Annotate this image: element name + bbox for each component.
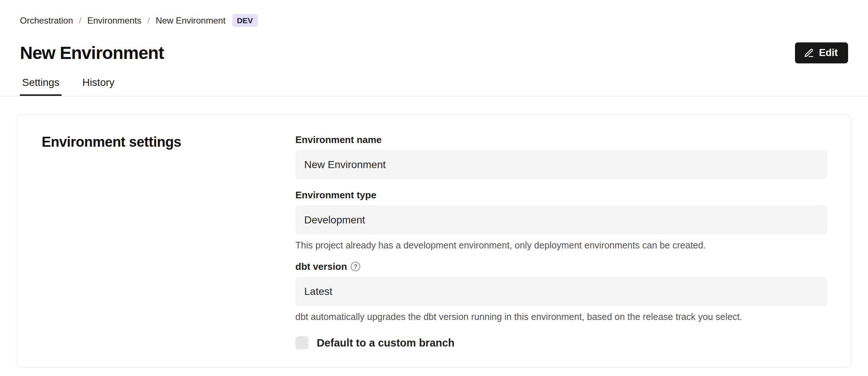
pencil-icon: [804, 48, 814, 58]
breadcrumb: Orchestration / Environments / New Envir…: [20, 0, 848, 27]
environment-type-field-group: Environment type This project already ha…: [295, 189, 827, 251]
dbt-version-label: dbt version ?: [295, 261, 827, 272]
breadcrumb-item-current: New Environment: [156, 15, 225, 26]
card-heading: Environment settings: [42, 134, 295, 150]
tab-history[interactable]: History: [80, 77, 117, 96]
card-heading-column: Environment settings: [42, 134, 295, 349]
environment-name-label: Environment name: [295, 134, 827, 145]
env-dev-badge: DEV: [232, 14, 258, 27]
help-icon[interactable]: ?: [351, 262, 360, 271]
environment-name-input[interactable]: [295, 150, 827, 179]
tab-settings[interactable]: Settings: [20, 77, 62, 96]
dbt-version-label-text: dbt version: [295, 261, 347, 272]
top-bar: Orchestration / Environments / New Envir…: [0, 0, 868, 96]
page-title: New Environment: [20, 43, 164, 63]
edit-button-label: Edit: [819, 47, 838, 59]
environment-settings-card: Environment settings Environment name En…: [17, 115, 851, 368]
environment-name-field-group: Environment name: [295, 134, 827, 179]
dbt-version-input[interactable]: [295, 277, 827, 306]
environment-type-label: Environment type: [295, 189, 827, 201]
breadcrumb-item-orchestration[interactable]: Orchestration: [20, 15, 73, 26]
custom-branch-row: Default to a custom branch: [295, 336, 827, 349]
custom-branch-checkbox[interactable]: [295, 336, 309, 349]
breadcrumb-separator: /: [147, 15, 150, 26]
main-content: Environment settings Environment name En…: [0, 115, 868, 368]
breadcrumb-separator: /: [79, 15, 81, 26]
custom-branch-label: Default to a custom branch: [317, 337, 455, 349]
tabs-divider: [0, 96, 868, 96]
environment-type-input[interactable]: [295, 205, 827, 234]
page-header: New Environment Edit: [20, 42, 848, 63]
dbt-version-field-group: dbt version ? dbt automatically upgrades…: [295, 261, 827, 322]
environment-type-helper-text: This project already has a development e…: [295, 240, 827, 251]
dbt-version-helper-text: dbt automatically upgrades the dbt versi…: [295, 311, 827, 322]
edit-button[interactable]: Edit: [795, 42, 848, 63]
breadcrumb-item-environments[interactable]: Environments: [87, 15, 142, 26]
tab-bar: Settings History: [20, 77, 848, 96]
settings-form: Environment name Environment type This p…: [295, 134, 827, 349]
